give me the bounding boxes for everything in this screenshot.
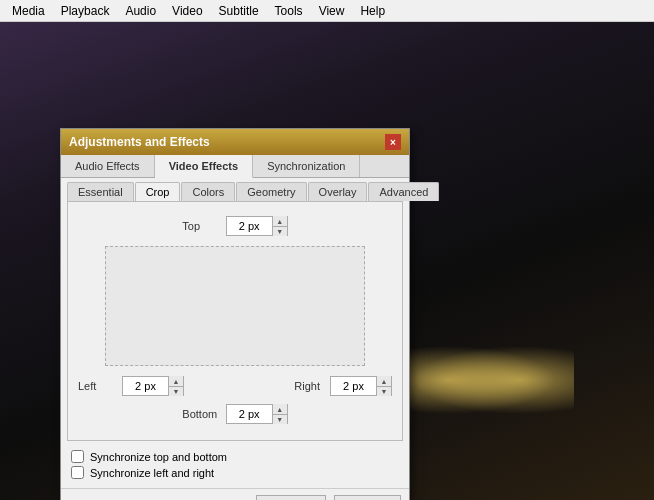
menu-view[interactable]: View xyxy=(311,2,353,20)
crop-right-spinbox-buttons: ▲ ▼ xyxy=(376,376,391,396)
adjustments-dialog: Adjustments and Effects × Audio Effects … xyxy=(60,128,410,500)
subtab-advanced[interactable]: Advanced xyxy=(368,182,439,201)
crop-bottom-label: Bottom xyxy=(182,408,222,420)
dialog-footer: Close Save xyxy=(61,488,409,500)
sync-left-right-row: Synchronize left and right xyxy=(71,466,399,479)
main-tabs: Audio Effects Video Effects Synchronizat… xyxy=(61,155,409,178)
crop-bottom-increment[interactable]: ▲ xyxy=(273,404,287,414)
sync-left-right-checkbox[interactable] xyxy=(71,466,84,479)
crop-top-spinbox-buttons: ▲ ▼ xyxy=(272,216,287,236)
sync-top-bottom-checkbox[interactable] xyxy=(71,450,84,463)
crop-left-spinbox-buttons: ▲ ▼ xyxy=(168,376,183,396)
crop-right-increment[interactable]: ▲ xyxy=(377,376,391,386)
crop-bottom-decrement[interactable]: ▼ xyxy=(273,414,287,424)
crop-left-increment[interactable]: ▲ xyxy=(169,376,183,386)
crop-top-increment[interactable]: ▲ xyxy=(273,216,287,226)
close-button[interactable]: Close xyxy=(256,495,326,500)
subtab-essential[interactable]: Essential xyxy=(67,182,134,201)
sync-left-right-label[interactable]: Synchronize left and right xyxy=(90,467,214,479)
tab-synchronization[interactable]: Synchronization xyxy=(253,155,360,177)
crop-bottom-input[interactable] xyxy=(227,405,272,423)
crop-controls: Top ▲ ▼ Left xyxy=(78,212,392,428)
crop-lr-row: Left ▲ ▼ Right ▲ ▼ xyxy=(78,376,392,396)
menu-playback[interactable]: Playback xyxy=(53,2,118,20)
crop-left-group: Left ▲ ▼ xyxy=(78,376,184,396)
crop-bottom-spinbox-buttons: ▲ ▼ xyxy=(272,404,287,424)
sub-tabs: Essential Crop Colors Geometry Overlay A… xyxy=(61,178,409,201)
tab-video-effects[interactable]: Video Effects xyxy=(155,155,254,178)
crop-right-decrement[interactable]: ▼ xyxy=(377,386,391,396)
crop-top-label: Top xyxy=(182,220,222,232)
crop-top-input[interactable] xyxy=(227,217,272,235)
tab-audio-effects[interactable]: Audio Effects xyxy=(61,155,155,177)
crop-visual-area xyxy=(105,246,365,366)
sync-top-bottom-label[interactable]: Synchronize top and bottom xyxy=(90,451,227,463)
menu-audio[interactable]: Audio xyxy=(117,2,164,20)
menu-media[interactable]: Media xyxy=(4,2,53,20)
sync-top-bottom-row: Synchronize top and bottom xyxy=(71,450,399,463)
subtab-crop[interactable]: Crop xyxy=(135,182,181,202)
menu-video[interactable]: Video xyxy=(164,2,210,20)
save-button[interactable]: Save xyxy=(334,495,401,500)
crop-left-input[interactable] xyxy=(123,377,168,395)
crop-bottom-spinbox[interactable]: ▲ ▼ xyxy=(226,404,288,424)
crop-left-label: Left xyxy=(78,380,118,392)
crop-bottom-row: Bottom ▲ ▼ xyxy=(78,404,392,424)
menubar: Media Playback Audio Video Subtitle Tool… xyxy=(0,0,654,22)
dialog-titlebar: Adjustments and Effects × xyxy=(61,129,409,155)
crop-left-spinbox[interactable]: ▲ ▼ xyxy=(122,376,184,396)
dialog-title: Adjustments and Effects xyxy=(69,135,210,149)
car-lights-effect xyxy=(394,340,574,420)
menu-subtitle[interactable]: Subtitle xyxy=(211,2,267,20)
crop-right-input[interactable] xyxy=(331,377,376,395)
crop-top-row: Top ▲ ▼ xyxy=(78,216,392,236)
crop-tab-content: Top ▲ ▼ Left xyxy=(67,201,403,441)
crop-top-spinbox[interactable]: ▲ ▼ xyxy=(226,216,288,236)
subtab-overlay[interactable]: Overlay xyxy=(308,182,368,201)
crop-left-decrement[interactable]: ▼ xyxy=(169,386,183,396)
subtab-colors[interactable]: Colors xyxy=(181,182,235,201)
crop-top-decrement[interactable]: ▼ xyxy=(273,226,287,236)
crop-right-spinbox[interactable]: ▲ ▼ xyxy=(330,376,392,396)
subtab-geometry[interactable]: Geometry xyxy=(236,182,306,201)
menu-help[interactable]: Help xyxy=(352,2,393,20)
menu-tools[interactable]: Tools xyxy=(267,2,311,20)
sync-checkboxes: Synchronize top and bottom Synchronize l… xyxy=(61,441,409,488)
crop-right-group: Right ▲ ▼ xyxy=(280,376,392,396)
crop-right-label: Right xyxy=(280,380,320,392)
dialog-close-button[interactable]: × xyxy=(385,134,401,150)
